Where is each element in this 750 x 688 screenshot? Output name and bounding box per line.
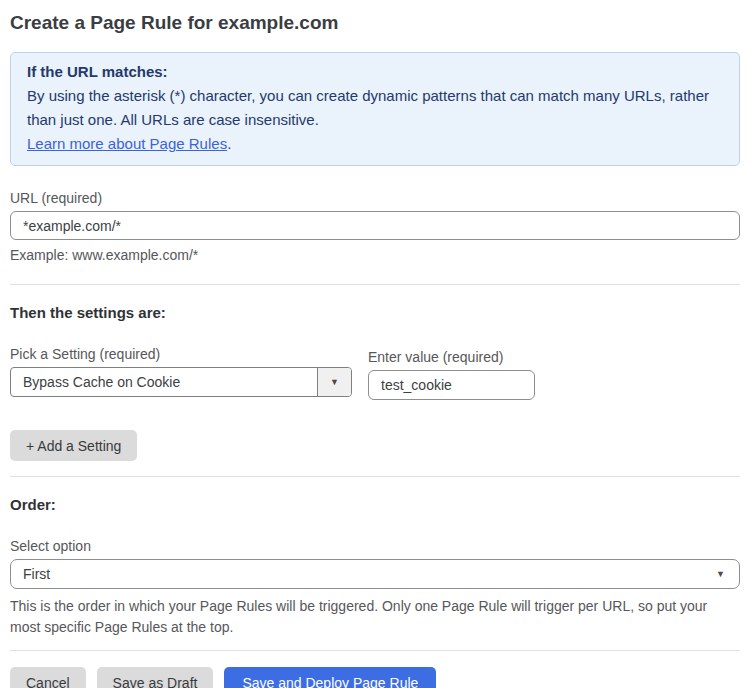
- setting-value-input[interactable]: [368, 370, 535, 400]
- divider-after-url: [10, 284, 740, 285]
- chevron-down-icon: ▼: [716, 570, 725, 579]
- url-field-label: URL (required): [10, 190, 740, 207]
- page-rule-form: Create a Page Rule for example.com If th…: [0, 12, 750, 688]
- setting-picker-column: Pick a Setting (required) Bypass Cache o…: [10, 346, 352, 397]
- order-section-heading: Order:: [10, 496, 740, 514]
- chevron-down-icon: ▼: [330, 378, 339, 387]
- info-box-body: By using the asterisk (*) character, you…: [27, 84, 723, 132]
- setting-value-label: Enter value (required): [368, 349, 535, 366]
- info-box-heading: If the URL matches:: [27, 60, 723, 84]
- setting-picker-label: Pick a Setting (required): [10, 346, 352, 363]
- setting-picker-arrow-button[interactable]: ▼: [317, 368, 351, 396]
- learn-more-link[interactable]: Learn more about Page Rules: [27, 135, 227, 152]
- setting-value-column: Enter value (required): [368, 346, 535, 400]
- save-as-draft-button[interactable]: Save as Draft: [97, 667, 214, 688]
- settings-section-heading: Then the settings are:: [10, 304, 740, 322]
- setting-picker-value: Bypass Cache on Cookie: [11, 368, 317, 396]
- divider-before-actions: [10, 650, 740, 651]
- order-select[interactable]: First ▼: [10, 559, 740, 589]
- save-and-deploy-button[interactable]: Save and Deploy Page Rule: [224, 667, 436, 688]
- url-match-info-box: If the URL matches: By using the asteris…: [10, 52, 740, 166]
- cancel-button[interactable]: Cancel: [10, 667, 86, 688]
- link-period: .: [227, 135, 231, 152]
- add-setting-button[interactable]: + Add a Setting: [10, 430, 137, 461]
- page-title: Create a Page Rule for example.com: [10, 12, 740, 34]
- order-select-value: First: [23, 566, 50, 582]
- setting-picker-select[interactable]: Bypass Cache on Cookie ▼: [10, 367, 352, 397]
- url-field-helper: Example: www.example.com/*: [10, 247, 740, 264]
- form-actions: Cancel Save as Draft Save and Deploy Pag…: [10, 667, 740, 688]
- url-input[interactable]: [10, 211, 740, 240]
- info-box-link-line: Learn more about Page Rules.: [27, 132, 723, 156]
- divider-before-order: [10, 476, 740, 477]
- order-select-label: Select option: [10, 538, 740, 555]
- order-helper-text: This is the order in which your Page Rul…: [10, 596, 740, 638]
- settings-row: Pick a Setting (required) Bypass Cache o…: [10, 346, 740, 400]
